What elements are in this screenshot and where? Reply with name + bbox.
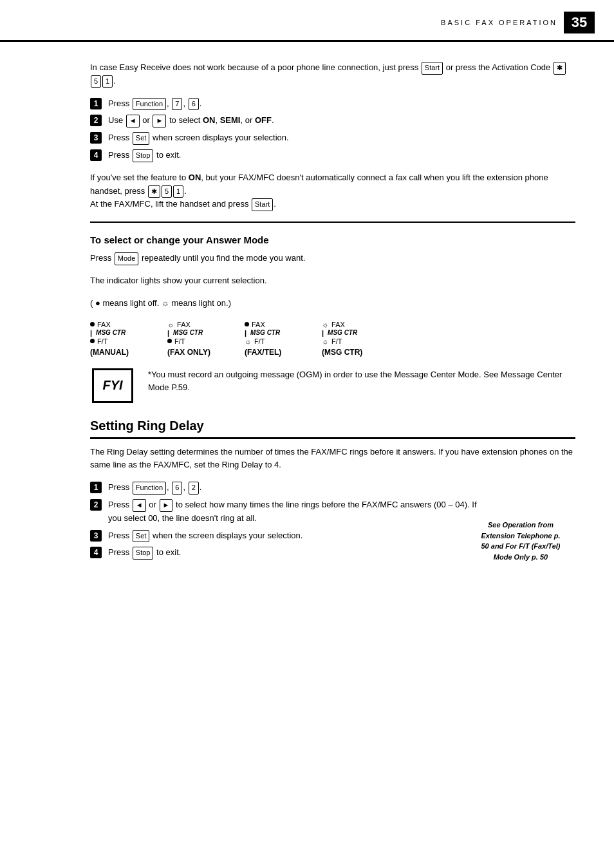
key-2: 2 <box>189 482 199 495</box>
step-4-end: to exit. <box>154 150 181 160</box>
main-content: In case Easy Receive does not work becau… <box>0 42 614 583</box>
faxtel-ft-sun: ☼ <box>245 337 251 345</box>
ring-delay-layout: 1 Press Function, 6, 2. 2 Press ◄ or ► t… <box>90 481 575 563</box>
faxonly-fax-sun: ☼ <box>167 321 174 328</box>
legend-text: ( ● means light off. ☼ means light on.) <box>90 298 231 308</box>
mid-text-5: . <box>274 199 276 209</box>
ring-step-4: 4 Press Stop to exit. <box>90 546 479 560</box>
faxtel-fax-dot <box>245 322 249 326</box>
msgctr-msg-label: MSG CTR <box>328 329 357 336</box>
faxtel-msg-label: MSG CTR <box>250 329 280 336</box>
step-3: 3 Press Set when screen displays your se… <box>90 131 575 145</box>
intro-text-1: In case Easy Receive does not work becau… <box>90 62 421 72</box>
faxtel-ft-label: F/T <box>254 337 265 345</box>
ring-step-num-3: 3 <box>90 530 102 542</box>
ring-step-2-text: Press <box>108 500 132 509</box>
intro-text-2: or press the Activation Code <box>443 62 553 72</box>
ring-delay-heading: Setting Ring Delay <box>90 419 575 433</box>
mode-msg-ctr: ☼ FAX | MSG CTR ☼ F/T (MSG CTR) <box>322 321 380 357</box>
step-num-2: 2 <box>90 115 102 126</box>
manual-msg-label: MSG CTR <box>96 329 126 336</box>
page-number: 35 <box>564 12 595 33</box>
mode-fax-only: ☼ FAX | MSG CTR F/T (FAX ONLY) <box>167 321 225 357</box>
fyi-logo: FYI <box>90 368 135 403</box>
manual-fax-row: FAX <box>90 321 126 328</box>
faxtel-fax-row: FAX <box>245 321 280 328</box>
ring-step-1-c1: , <box>167 482 171 492</box>
faxonly-fax-label: FAX <box>177 321 191 328</box>
mode-faxtel: FAX | MSG CTR ☼ F/T (FAX/TEL) <box>245 321 302 357</box>
key-stop-2: Stop <box>133 547 154 560</box>
step-3-text: Press <box>108 133 132 142</box>
step-1-comma2: , <box>183 99 187 108</box>
ring-step-1-text: Press <box>108 482 132 492</box>
mid-text-1: If you've set the feature to <box>90 173 189 182</box>
ring-step-3-content: Press Set when the screen displays your … <box>108 529 302 543</box>
key-right-2: ► <box>160 499 173 512</box>
sidebar-note-text: See Operation from Extension Telephone p… <box>481 521 560 561</box>
ring-delay-intro: The Ring Delay setting determines the nu… <box>90 446 575 473</box>
faxtel-msg-row: | MSG CTR <box>245 329 280 337</box>
key-stop-1: Stop <box>133 149 154 162</box>
step-1-end: . <box>200 99 202 108</box>
key-1: 1 <box>102 75 113 88</box>
faxonly-fax-row: ☼ FAX <box>167 321 203 328</box>
ring-delay-section: Setting Ring Delay The Ring Delay settin… <box>90 419 575 564</box>
step-1-text: Press <box>108 99 132 108</box>
step-1-comma1: , <box>167 99 171 108</box>
step-2-content: Use ◄ or ► to select ON, SEMI, or OFF. <box>108 114 274 127</box>
manual-ft-dot <box>90 339 95 343</box>
faxtel-fax-label: FAX <box>252 321 265 328</box>
msgctr-fax-label: FAX <box>331 321 345 328</box>
step-1: 1 Press Function, 7, 6. <box>90 97 575 111</box>
indicator-text: The indicator lights show your current s… <box>90 276 267 285</box>
manual-fax-label: FAX <box>97 321 111 328</box>
ring-step-3-end: when the screen displays your selection. <box>150 531 302 540</box>
ring-step-4-end: to exit. <box>154 547 181 557</box>
faxtel-mode-label: (FAX/TEL) <box>245 348 281 357</box>
answer-mode-section: To select or change your Answer Mode Pre… <box>90 222 575 356</box>
page: BASIC FAX OPERATION 35 In case Easy Rece… <box>0 0 614 868</box>
ring-step-2: 2 Press ◄ or ► to select how many times … <box>90 498 479 525</box>
answer-line1-cont: repeatedly until you find the mode you w… <box>139 253 305 263</box>
intro-text-3: . <box>113 76 116 86</box>
answer-mode-intro: Press Mode repeatedly until you find the… <box>90 252 575 265</box>
fyi-section: FYI *You must record an outgoing message… <box>90 368 575 403</box>
step-num-4: 4 <box>90 149 102 161</box>
step-2-text-select: to select <box>167 115 203 125</box>
ring-step-2-or: or <box>147 500 159 509</box>
intro-paragraph: In case Easy Receive does not work becau… <box>90 61 575 88</box>
manual-mode-label: (MANUAL) <box>90 348 129 357</box>
step-2-or2: , or <box>240 115 254 125</box>
step-num-1: 1 <box>90 98 102 109</box>
ring-step-num-4: 4 <box>90 547 102 558</box>
mid-paragraph: If you've set the feature to ON, but you… <box>90 171 575 211</box>
step-4-content: Press Stop to exit. <box>108 149 181 162</box>
ring-step-4-text: Press <box>108 547 132 557</box>
key-set-1: Set <box>133 132 150 145</box>
section-divider-1 <box>90 222 575 223</box>
faxonly-msg-label: MSG CTR <box>173 329 203 336</box>
ring-delay-divider <box>90 437 575 439</box>
msgctr-fax-row: ☼ FAX <box>322 321 357 328</box>
mode-manual: FAX | MSG CTR F/T (MANUAL) <box>90 321 148 357</box>
step-num-3: 3 <box>90 132 102 144</box>
faxonly-indicators: ☼ FAX | MSG CTR F/T <box>167 321 203 345</box>
faxtel-ft-row: ☼ F/T <box>245 337 280 345</box>
key-6b: 6 <box>172 482 182 495</box>
ring-step-1: 1 Press Function, 6, 2. <box>90 481 479 495</box>
answer-mode-line2: The indicator lights show your current s… <box>90 274 575 288</box>
key-set-2: Set <box>133 530 150 543</box>
answer-line1-text: Press <box>90 253 114 263</box>
key-7: 7 <box>172 98 182 111</box>
step-4-text: Press <box>108 150 132 160</box>
faxonly-ft-row: F/T <box>167 337 203 345</box>
answer-mode-line3: ( ● means light off. ☼ means light on.) <box>90 297 575 310</box>
mid-text-3: . <box>184 186 187 196</box>
manual-ft-label: F/T <box>97 337 108 345</box>
faxonly-msg-row: | MSG CTR <box>167 329 203 337</box>
key-5: 5 <box>91 75 101 88</box>
step-1-content: Press Function, 7, 6. <box>108 97 201 111</box>
header-title: BASIC FAX OPERATION <box>441 19 557 26</box>
steps-section-1: 1 Press Function, 7, 6. 2 Use ◄ or ► to … <box>90 97 575 162</box>
